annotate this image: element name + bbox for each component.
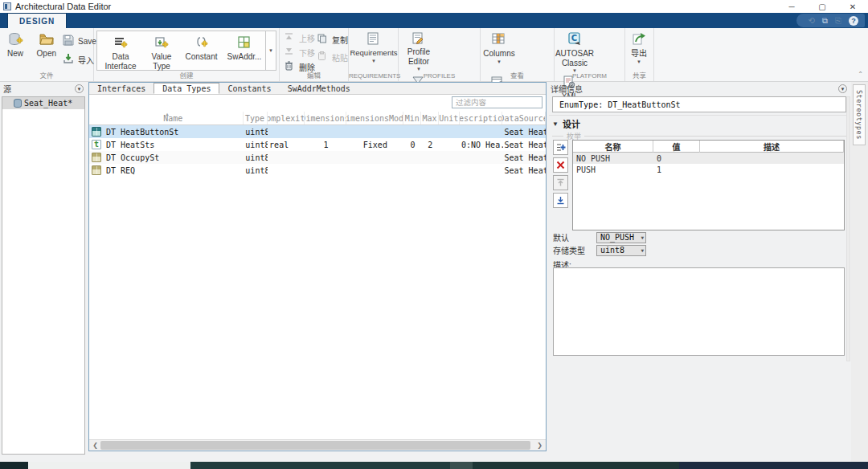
stereotypes-tab[interactable]: Stereotypes: [853, 84, 866, 145]
create-gallery: Data Interface Value Type Constant SwAdd…: [96, 31, 276, 71]
details-panel: 详细信息 ▼ EnumType: DT_HeatButtonSt ▼ 设计 枚举…: [549, 82, 850, 462]
export-button[interactable]: 导出 ▼: [625, 28, 653, 71]
paste-button[interactable]: 粘贴: [317, 51, 348, 63]
tab-data-types[interactable]: Data Types: [154, 83, 219, 94]
table-row[interactable]: DT_OccupyStuint8Seat_Heat...: [89, 151, 546, 164]
move-down-button[interactable]: 下移: [284, 46, 315, 59]
app-icon: [3, 2, 11, 10]
table-row[interactable]: DT_REQuint8Seat_Heat...: [89, 164, 546, 177]
table-row[interactable]: DT_HeatButtonStuint8Seat_Heat...: [89, 125, 546, 138]
paste-icon[interactable]: ⎘: [835, 17, 841, 25]
scroll-right-icon[interactable]: ❯: [534, 440, 545, 451]
move-down-icon: [284, 46, 297, 59]
export-label: 导出: [631, 49, 647, 59]
constant-button[interactable]: Constant: [179, 31, 223, 70]
taskbar-segment: [0, 462, 28, 469]
value-type-label: Value Type: [144, 52, 179, 71]
tab-swaddrmethods[interactable]: SwAddrMethods: [280, 83, 358, 94]
scrollbar-thumb[interactable]: [100, 441, 530, 450]
swaddr-button[interactable]: SwAddr...: [223, 31, 265, 70]
description-textarea[interactable]: [553, 267, 845, 356]
open-button[interactable]: Open: [31, 28, 62, 71]
delete-row-icon: [556, 161, 565, 169]
column-header-dimensionsmode[interactable]: DimensionsMode: [346, 112, 403, 124]
tab-interfaces[interactable]: Interfaces: [89, 83, 154, 94]
maximize-button[interactable]: ▢: [807, 0, 837, 13]
dropdown-arrow-icon: ▼: [641, 247, 644, 253]
tab-constants[interactable]: Constants: [219, 83, 279, 94]
storage-type-label: 存储类型: [553, 244, 592, 256]
requirements-button[interactable]: Requirements ▼: [349, 28, 399, 71]
enum-delete-button[interactable]: [553, 157, 568, 173]
requirements-dropdown-icon[interactable]: ▼: [371, 59, 376, 63]
tab-design[interactable]: DESIGN: [7, 13, 67, 28]
default-dropdown[interactable]: NO_PUSH ▼: [596, 232, 646, 243]
details-collapse-icon[interactable]: ▼: [838, 84, 847, 93]
taskbar-active-app[interactable]: [28, 462, 190, 469]
taskbar-segment: [450, 462, 473, 469]
column-header-complexity[interactable]: Complexity: [268, 112, 305, 124]
column-header-datasource[interactable]: DataSource: [502, 112, 546, 124]
cell-dimensionsmode: Fixed: [346, 141, 403, 149]
design-section-label: 设计: [563, 117, 580, 130]
storage-type-value: uint8: [600, 246, 624, 255]
gallery-dropdown-icon[interactable]: ▼: [265, 31, 276, 70]
column-header-description[interactable]: Description: [460, 112, 503, 124]
profile-editor-button[interactable]: Profile Editor ▼: [399, 28, 439, 71]
column-header-name[interactable]: Name▲: [89, 112, 244, 124]
toolstrip-collapse-icon[interactable]: ⌃: [858, 71, 863, 78]
autosar-classic-button[interactable]: C AUTOSAR Classic ▼: [555, 28, 595, 71]
scroll-left-icon[interactable]: ❮: [90, 440, 100, 451]
column-header-max[interactable]: Max: [421, 112, 439, 124]
table-row[interactable]: tDT_HeatStsuint8real1Fixed020:NO Hea...S…: [89, 138, 546, 151]
section-platform-label: PLATFORM: [555, 72, 624, 80]
enum-cell: PUSH: [573, 165, 653, 174]
new-button[interactable]: New: [2, 28, 29, 71]
title-bar: Architectural Data Editor ─ ▢ ✕: [0, 0, 868, 13]
enum-cell: NO_PUSH: [573, 154, 653, 163]
filter-input[interactable]: [452, 96, 542, 108]
source-pane-collapse-icon[interactable]: ▼: [75, 84, 84, 93]
enum-row[interactable]: NO_PUSH0: [573, 153, 844, 164]
data-interface-button[interactable]: Data Interface: [97, 31, 144, 70]
enum-move-top-button[interactable]: [553, 175, 568, 190]
export-dropdown-icon[interactable]: ▼: [637, 59, 641, 64]
column-header-min[interactable]: Min: [403, 112, 421, 124]
close-button[interactable]: ✕: [837, 0, 868, 13]
cell-min: 0: [404, 141, 422, 149]
autosar-classic-icon: C: [567, 31, 583, 47]
cell-type: uint8: [244, 141, 268, 149]
source-pane: 源 ▼ Seat_Heat*: [0, 82, 87, 462]
enum-column-header: 值: [653, 141, 700, 153]
enum-add-button[interactable]: [553, 140, 568, 155]
minimize-button[interactable]: ─: [776, 0, 807, 13]
cell-name: DT_REQ: [104, 166, 244, 175]
paste-icon: [317, 51, 330, 63]
columns-icon: [491, 31, 507, 47]
column-header-unit[interactable]: Unit: [439, 112, 460, 124]
constant-icon: [194, 35, 210, 51]
help-icon[interactable]: ?: [849, 16, 858, 26]
new-icon: [7, 31, 23, 47]
columns-button[interactable]: Columns ▼: [481, 28, 518, 71]
columns-dropdown-icon[interactable]: ▼: [497, 59, 502, 64]
copy-icon[interactable]: ⧉: [822, 17, 828, 25]
design-section-header[interactable]: ▼ 设计: [552, 117, 580, 130]
column-header-type[interactable]: Type: [244, 112, 268, 124]
enum-move-bottom-button[interactable]: [553, 193, 568, 208]
cell-name: DT_HeatSts: [104, 141, 244, 149]
cell-type: uint8: [244, 128, 268, 137]
source-item[interactable]: Seat_Heat*: [2, 97, 84, 109]
move-up-button[interactable]: 上移: [284, 31, 315, 44]
details-scrollbar[interactable]: [846, 96, 850, 361]
copy-button[interactable]: 复制: [317, 33, 348, 46]
enum-row[interactable]: PUSH1: [573, 164, 844, 175]
columns-label: Columns: [483, 49, 514, 59]
quick-access-toolbar: ⟲ ⧉ ⎘ ?: [796, 14, 865, 27]
column-header-dimensions[interactable]: Dimensions: [305, 112, 346, 124]
storage-type-dropdown[interactable]: uint8 ▼: [596, 245, 646, 256]
horizontal-scrollbar[interactable]: ❮ ❯: [89, 439, 546, 451]
open-label: Open: [37, 49, 56, 59]
value-type-button[interactable]: Value Type: [144, 31, 179, 70]
undo-icon[interactable]: ⟲: [808, 17, 814, 25]
